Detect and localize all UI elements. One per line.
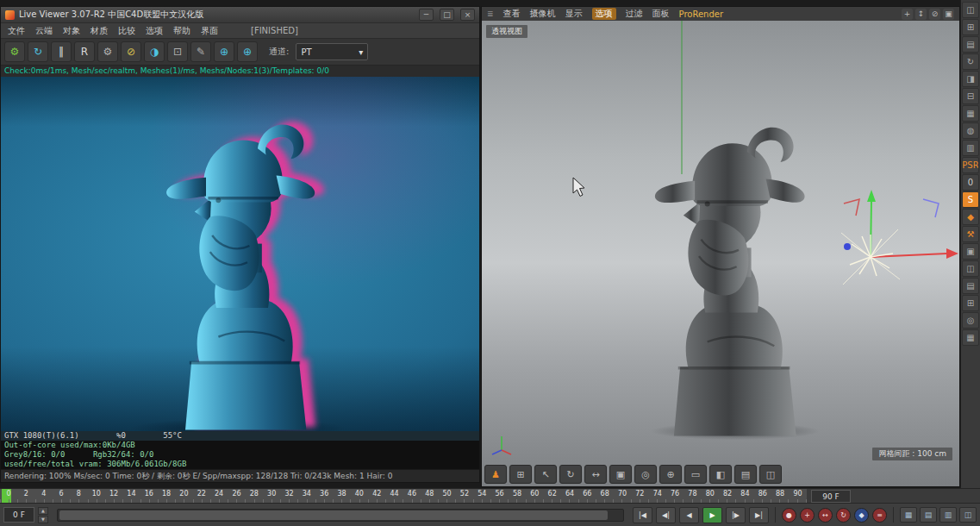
vp-menu-options[interactable]: 选项 xyxy=(592,8,616,20)
layout-icon[interactable]: ▥ xyxy=(939,507,957,523)
lv-toolbar-icon[interactable]: ⊕ xyxy=(214,41,234,62)
lv-menu-options[interactable]: 选项 xyxy=(146,25,163,37)
viewport-toolbar-icon[interactable]: ↖ xyxy=(534,465,557,484)
current-frame-field[interactable]: 0 F xyxy=(3,507,34,523)
lv-toolbar-icon[interactable]: R xyxy=(74,41,95,62)
red-axis-arrow[interactable] xyxy=(871,254,947,257)
timeline-ruler[interactable]: 0246810121416182022242628303234363840424… xyxy=(0,489,807,503)
lv-menu-interface[interactable]: 界面 xyxy=(201,25,218,37)
next-key-button[interactable]: |▶ xyxy=(726,507,746,523)
layout-icon[interactable]: ▦ xyxy=(900,507,917,523)
view-label[interactable]: 透视视图 xyxy=(486,25,527,38)
side-toolbar-icon[interactable]: ⊞ xyxy=(962,295,979,311)
end-frame-field[interactable]: 90 F xyxy=(811,490,851,503)
side-toolbar-icon[interactable]: ▤ xyxy=(962,36,979,53)
vp-menu-camera[interactable]: 摄像机 xyxy=(530,8,556,20)
side-toolbar-icon[interactable]: ▤ xyxy=(962,278,979,294)
viewport-corner-icon[interactable]: ⊘ xyxy=(929,9,940,20)
goto-end-button[interactable]: ▶| xyxy=(749,507,769,523)
perspective-viewport[interactable]: 透视视图 网格间距 : 100 cm ♟⊞↖↻↔▣◎⊕▭◧▤◫ xyxy=(482,21,959,486)
side-toolbar-icon[interactable]: S xyxy=(962,191,979,208)
octane-info-line: Check:0ms/1ms, Mesh/sec/realtm, Meshes(1… xyxy=(1,66,479,77)
lv-menu-file[interactable]: 文件 xyxy=(8,25,25,37)
vp-menu-prorender[interactable]: ProRender xyxy=(679,9,723,19)
viewport-toolbar-icon[interactable]: ▤ xyxy=(734,465,757,484)
lv-toolbar-icon[interactable]: ↻ xyxy=(28,41,48,62)
viewport-toolbar-icon[interactable]: ◧ xyxy=(709,465,732,484)
side-toolbar-icon[interactable]: ⊟ xyxy=(962,88,979,104)
close-button[interactable]: × xyxy=(460,9,475,21)
vp-menu-display[interactable]: 显示 xyxy=(565,8,583,20)
timeline-scrollbar-thumb[interactable] xyxy=(59,510,608,520)
viewport-toolbar-icon[interactable]: ◫ xyxy=(759,465,782,484)
side-toolbar-icon[interactable]: ▦ xyxy=(962,105,979,122)
play-backwards-button[interactable]: ◀ xyxy=(679,507,699,523)
frame-number: 4 xyxy=(38,490,50,503)
octane-logo-icon xyxy=(5,10,15,20)
viewport-toolbar-icon[interactable]: ◎ xyxy=(634,465,657,484)
lv-toolbar-icon[interactable]: ⊕ xyxy=(237,41,258,62)
light-axis-gizmo[interactable] xyxy=(841,190,958,285)
side-toolbar-icon[interactable]: ⊞ xyxy=(962,19,979,35)
lv-toolbar-icon[interactable]: ⊡ xyxy=(167,41,188,62)
side-toolbar-icon[interactable]: ◨ xyxy=(962,71,979,87)
lv-toolbar-icon[interactable]: ⚙ xyxy=(4,41,25,62)
viewport-toolbar-icon[interactable]: ▭ xyxy=(684,465,707,484)
record-button[interactable]: ◆ xyxy=(854,508,869,523)
minimize-button[interactable]: ─ xyxy=(419,9,434,21)
frame-stepper-down[interactable]: ▼ xyxy=(38,516,48,523)
record-button[interactable]: + xyxy=(800,508,815,523)
vp-menu-panel[interactable]: 面板 xyxy=(652,8,670,20)
lv-menu-object[interactable]: 对象 xyxy=(63,25,80,37)
maximize-button[interactable]: □ xyxy=(440,9,454,21)
viewport-corner-icon[interactable]: ↕ xyxy=(915,9,927,20)
vp-menu-view[interactable]: 查看 xyxy=(503,8,521,20)
side-toolbar-icon[interactable]: ◍ xyxy=(962,122,979,139)
lv-toolbar-icon[interactable]: ‖ xyxy=(51,41,72,62)
viewport-toolbar-icon[interactable]: ↔ xyxy=(584,465,607,484)
record-button[interactable]: ● xyxy=(782,508,796,523)
lv-menu-help[interactable]: 帮助 xyxy=(173,25,190,37)
lv-toolbar-icon[interactable]: ✎ xyxy=(190,41,211,62)
lv-toolbar-icon[interactable]: ◑ xyxy=(144,41,165,62)
timeline-scrollbar[interactable] xyxy=(57,509,624,522)
lv-menu-material[interactable]: 材质 xyxy=(91,25,108,37)
lv-toolbar-icon[interactable]: ⚙ xyxy=(97,41,118,62)
green-axis-arrow[interactable] xyxy=(871,200,871,257)
lv-menu-compare[interactable]: 比较 xyxy=(118,25,135,37)
side-toolbar-icon[interactable]: ◫ xyxy=(962,2,979,18)
viewport-toolbar-icon[interactable]: ⊕ xyxy=(659,465,682,484)
viewport-toolbar-icon[interactable]: ▣ xyxy=(609,465,632,484)
side-toolbar-icon[interactable]: PSR xyxy=(962,157,979,173)
layout-icon[interactable]: ◫ xyxy=(959,507,977,523)
side-toolbar-icon[interactable]: ◆ xyxy=(962,209,979,225)
prev-key-button[interactable]: ◀| xyxy=(656,507,676,523)
frame-stepper-up[interactable]: ▲ xyxy=(38,507,48,515)
viewport-corner-icon[interactable]: + xyxy=(902,9,913,20)
vp-menu-filter[interactable]: 过滤 xyxy=(626,8,643,20)
side-toolbar-icon[interactable]: ⚒ xyxy=(962,226,979,242)
blue-rotation-bracket[interactable] xyxy=(923,199,939,217)
lv-menu-cloud[interactable]: 云端 xyxy=(35,25,53,37)
lv-toolbar-icon[interactable]: ⊘ xyxy=(121,41,141,62)
play-button[interactable]: ▶ xyxy=(702,507,722,523)
goto-start-button[interactable]: |◀ xyxy=(633,507,652,523)
viewport-toolbar-icon[interactable]: ⊞ xyxy=(509,465,532,484)
viewport-toolbar-icon[interactable]: ♟ xyxy=(484,465,507,484)
side-toolbar-icon[interactable]: ▦ xyxy=(962,329,979,346)
record-button[interactable]: ↻ xyxy=(836,508,851,523)
live-viewer-titlebar[interactable]: Live Viewer 3.07-R2 中国C4D联盟中文汉化版 ─ □ × xyxy=(1,7,479,22)
record-button[interactable]: ≡ xyxy=(872,508,887,523)
side-toolbar-icon[interactable]: ↻ xyxy=(962,53,979,70)
viewport-corner-icon[interactable]: ▣ xyxy=(943,9,954,20)
layout-icon[interactable]: ▤ xyxy=(920,507,937,523)
side-toolbar-icon[interactable]: ▥ xyxy=(962,140,979,156)
side-toolbar-icon[interactable]: 0 xyxy=(962,174,979,191)
side-toolbar-icon[interactable]: ▣ xyxy=(962,243,979,260)
frame-number: 20 xyxy=(178,490,190,503)
side-toolbar-icon[interactable]: ◎ xyxy=(962,312,979,329)
viewport-toolbar-icon[interactable]: ↻ xyxy=(559,465,582,484)
channel-dropdown[interactable]: PT ▾ xyxy=(296,43,368,60)
record-button[interactable]: ↔ xyxy=(818,508,833,523)
side-toolbar-icon[interactable]: ◫ xyxy=(962,260,979,277)
